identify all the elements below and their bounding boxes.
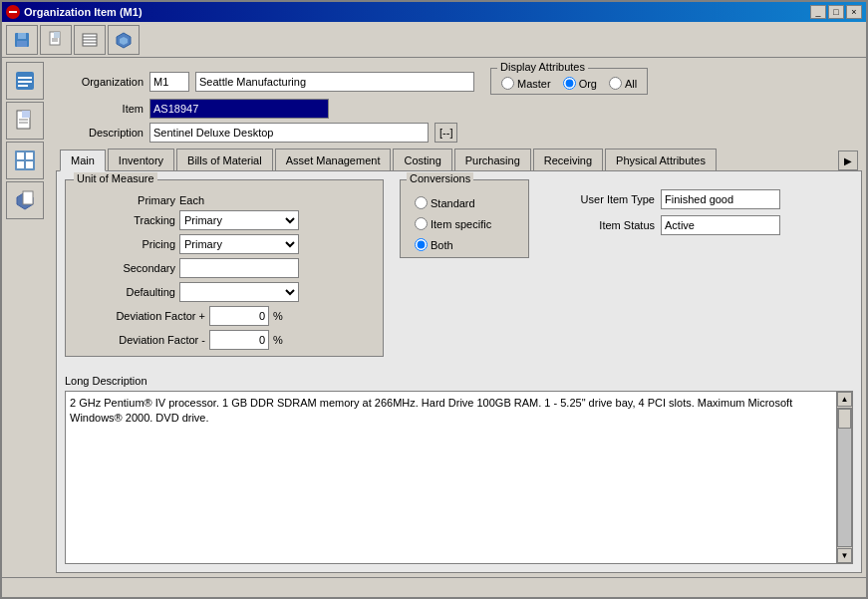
tab-costing[interactable]: Costing (393, 149, 451, 170)
tab-asset-mgmt[interactable]: Asset Management (275, 149, 392, 170)
uom-defaulting-row: Defaulting (76, 282, 373, 302)
tab-receiving[interactable]: Receiving (533, 149, 603, 170)
desc-input[interactable] (149, 123, 429, 143)
radio-all-input[interactable] (609, 77, 622, 90)
item-status-label: Item Status (565, 219, 655, 231)
org-code-input[interactable] (149, 72, 189, 92)
user-item-type-row: User Item Type (565, 189, 780, 209)
conv-radio-both: Both (415, 238, 514, 251)
svg-rect-25 (26, 161, 33, 168)
svg-rect-14 (18, 77, 32, 79)
conv-radio-both-label: Both (431, 239, 453, 251)
conv-radio-standard-input[interactable] (415, 196, 428, 209)
uom-secondary-input[interactable] (179, 258, 299, 278)
title-bar-buttons: _ □ × (810, 5, 862, 19)
uom-pricing-row: Pricing Primary Secondary (76, 234, 373, 254)
scroll-up-arrow[interactable]: ▲ (837, 392, 852, 407)
minimize-button[interactable]: _ (810, 5, 826, 19)
toolbar-icon3-button[interactable] (74, 25, 106, 55)
user-item-type-input[interactable] (661, 189, 780, 209)
uom-dev-minus-pct: % (273, 334, 283, 346)
long-desc-wrapper: 2 GHz Pentium® IV processor. 1 GB DDR SD… (65, 391, 853, 564)
uom-defaulting-select[interactable] (179, 282, 299, 302)
right-fields: User Item Type Item Status (565, 179, 780, 235)
toolbar-icon4-button[interactable] (108, 25, 140, 55)
tabs-container: Main Inventory Bills of Material Asset M… (56, 149, 862, 170)
window-icon (6, 5, 20, 19)
sidebar-icon-4[interactable] (6, 181, 44, 219)
svg-rect-15 (18, 81, 32, 83)
toolbar (2, 22, 866, 58)
maximize-button[interactable]: □ (828, 5, 844, 19)
item-input[interactable] (149, 99, 329, 119)
sidebar-icon-2[interactable] (6, 102, 44, 140)
radio-org-label: Org (579, 78, 597, 90)
scroll-down-arrow[interactable]: ▼ (837, 548, 852, 563)
conversions-box: Conversions Standard Item specific (400, 179, 529, 258)
uom-dev-plus-input[interactable] (209, 306, 269, 326)
radio-all: All (609, 77, 637, 90)
scroll-track[interactable] (837, 408, 852, 547)
uom-secondary-row: Secondary (76, 258, 373, 278)
uom-tracking-row: Tracking Primary Secondary Both (76, 210, 373, 230)
bracket-button[interactable]: [--] (434, 123, 457, 143)
svg-rect-27 (23, 191, 33, 204)
window-title: Organization Item (M1) (24, 6, 810, 18)
long-desc-label: Long Description (65, 375, 853, 387)
tab-purchasing[interactable]: Purchasing (454, 149, 531, 170)
uom-dev-minus-row: Deviation Factor - % (76, 330, 373, 350)
uom-tracking-select[interactable]: Primary Secondary Both (179, 210, 299, 230)
conv-radio-item-specific: Item specific (415, 217, 514, 230)
org-name-input[interactable] (195, 72, 474, 92)
svg-rect-22 (17, 152, 24, 159)
uom-secondary-label: Secondary (76, 262, 175, 274)
uom-dev-plus-label: Deviation Factor + (76, 310, 205, 322)
desc-label: Description (64, 127, 144, 139)
uom-dev-plus-row: Deviation Factor + % (76, 306, 373, 326)
org-row: Organization Display Attributes Master (64, 68, 854, 95)
uom-dev-minus-label: Deviation Factor - (76, 334, 205, 346)
uom-primary-label: Primary (76, 194, 175, 206)
form-area: Organization Display Attributes Master (56, 62, 862, 573)
item-status-row: Item Status (565, 215, 780, 235)
uom-dev-minus-input[interactable] (209, 330, 269, 350)
svg-rect-1 (18, 33, 26, 39)
uom-primary-value: Each (179, 194, 204, 206)
conv-radio-standard-label: Standard (431, 197, 475, 209)
conv-radio-item-specific-input[interactable] (415, 217, 428, 230)
display-attrs-legend: Display Attributes (497, 61, 588, 73)
item-status-input[interactable] (661, 215, 780, 235)
tab-bom[interactable]: Bills of Material (176, 149, 273, 170)
uom-tracking-label: Tracking (76, 214, 175, 226)
tab-scroll-right[interactable]: ▶ (838, 150, 858, 170)
long-desc-text[interactable]: 2 GHz Pentium® IV processor. 1 GB DDR SD… (66, 392, 836, 563)
item-label: Item (64, 103, 144, 115)
radio-org-input[interactable] (563, 77, 576, 90)
scroll-thumb[interactable] (838, 409, 851, 429)
conv-radio-item-specific-label: Item specific (431, 218, 491, 230)
display-attrs-box: Display Attributes Master Org (490, 68, 648, 95)
tab-main[interactable]: Main (60, 150, 106, 171)
uom-pricing-select[interactable]: Primary Secondary (179, 234, 299, 254)
tab-inventory[interactable]: Inventory (108, 149, 174, 170)
user-item-type-label: User Item Type (565, 193, 655, 205)
svg-rect-2 (17, 41, 27, 47)
toolbar-new-button[interactable] (40, 25, 72, 55)
toolbar-save-button[interactable] (6, 25, 38, 55)
tab-physical-attrs[interactable]: Physical Attributes (605, 149, 717, 170)
close-button[interactable]: × (846, 5, 862, 19)
uom-box: Unit of Measure Primary Each Tracking Pr… (65, 179, 384, 357)
header-fields: Organization Display Attributes Master (56, 62, 862, 149)
conv-radio-both-input[interactable] (415, 238, 428, 251)
radio-master-input[interactable] (501, 77, 514, 90)
bottom-bar (2, 577, 866, 597)
desc-row: Description [--] (64, 123, 854, 143)
main-content: Organization Display Attributes Master (2, 58, 866, 577)
radio-all-label: All (625, 78, 637, 90)
sidebar-icon-3[interactable] (6, 142, 44, 179)
sidebar-icon-1[interactable] (6, 62, 44, 100)
radio-master-label: Master (517, 78, 551, 90)
radio-master: Master (501, 77, 551, 90)
long-desc-section: Long Description 2 GHz Pentium® IV proce… (65, 375, 853, 564)
radio-org: Org (563, 77, 597, 90)
